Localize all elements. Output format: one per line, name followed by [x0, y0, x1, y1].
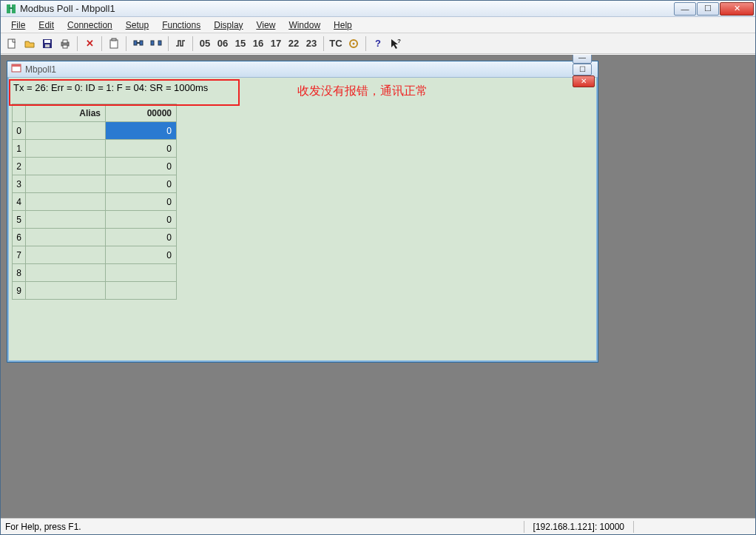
statusbar: For Help, press F1. [192.168.1.121]: 100…: [1, 518, 755, 534]
grid-header-alias[interactable]: Alias: [26, 104, 106, 122]
svg-text:?: ?: [397, 38, 401, 44]
row-header[interactable]: 8: [13, 264, 26, 282]
alias-cell[interactable]: [26, 264, 106, 282]
alias-cell[interactable]: [26, 175, 106, 193]
new-button[interactable]: [4, 36, 20, 52]
child-title: Mbpoll1: [25, 64, 572, 75]
table-row[interactable]: 50: [13, 211, 177, 229]
grid-body: 001020304050607089: [13, 122, 177, 300]
table-row[interactable]: 8: [13, 264, 177, 282]
value-cell[interactable]: 0: [106, 193, 177, 211]
table-row[interactable]: 9: [13, 282, 177, 300]
svg-point-18: [353, 42, 355, 44]
row-header[interactable]: 9: [13, 282, 26, 300]
child-minimize-button[interactable]: —: [573, 54, 592, 64]
register-grid[interactable]: Alias 00000 001020304050607089: [12, 104, 177, 300]
menubar: File Edit Connection Setup Functions Dis…: [1, 17, 755, 33]
alias-cell[interactable]: [26, 140, 106, 158]
menu-display[interactable]: Display: [208, 18, 249, 32]
alias-cell[interactable]: [26, 282, 106, 300]
svg-rect-12: [134, 41, 137, 45]
table-row[interactable]: 20: [13, 158, 177, 175]
child-app-icon: [10, 62, 22, 76]
fn15-button[interactable]: 15: [232, 36, 249, 52]
fn16-button[interactable]: 16: [250, 36, 266, 52]
table-row[interactable]: 40: [13, 193, 177, 211]
value-cell[interactable]: [106, 282, 177, 300]
alias-cell[interactable]: [26, 122, 106, 140]
menu-view[interactable]: View: [251, 18, 282, 32]
row-header[interactable]: 5: [13, 211, 26, 229]
alias-cell[interactable]: [26, 229, 106, 246]
grid-header-value[interactable]: 00000: [106, 104, 177, 122]
print-button[interactable]: [57, 36, 73, 52]
delete-button[interactable]: ✕: [81, 36, 98, 52]
statusbar-separator: [633, 521, 634, 533]
value-cell[interactable]: 0: [106, 122, 177, 140]
value-cell[interactable]: 0: [106, 229, 177, 246]
table-row[interactable]: 10: [13, 140, 177, 158]
pulse-button[interactable]: [172, 36, 189, 52]
toolbar-separator: [101, 36, 102, 51]
fn23-button[interactable]: 23: [303, 36, 320, 52]
main-titlebar: Modbus Poll - Mbpoll1 — ☐ ✕: [1, 1, 755, 17]
value-cell[interactable]: 0: [106, 140, 177, 158]
menu-connection[interactable]: Connection: [61, 18, 118, 32]
menu-help[interactable]: Help: [328, 18, 358, 32]
row-header[interactable]: 4: [13, 193, 26, 211]
value-cell[interactable]: 0: [106, 175, 177, 193]
disconnect-button[interactable]: [148, 36, 164, 52]
row-header[interactable]: 0: [13, 122, 26, 140]
maximize-button[interactable]: ☐: [697, 2, 719, 16]
child-maximize-button[interactable]: ☐: [573, 64, 592, 75]
table-row[interactable]: 30: [13, 175, 177, 193]
table-row[interactable]: 60: [13, 229, 177, 246]
alias-cell[interactable]: [26, 246, 106, 264]
alias-cell[interactable]: [26, 211, 106, 229]
value-cell[interactable]: 0: [106, 211, 177, 229]
menu-functions[interactable]: Functions: [156, 18, 206, 32]
fn17-button[interactable]: 17: [268, 36, 284, 52]
main-title: Modbus Poll - Mbpoll1: [20, 3, 673, 14]
minimize-button[interactable]: —: [674, 2, 696, 16]
fn22-button[interactable]: 22: [286, 36, 302, 52]
main-window-controls: — ☐ ✕: [673, 2, 754, 16]
fn06-button[interactable]: 06: [215, 36, 231, 52]
close-button[interactable]: ✕: [720, 2, 754, 16]
child-body: Tx = 26: Err = 0: ID = 1: F = 04: SR = 1…: [7, 78, 598, 362]
svg-rect-8: [63, 40, 67, 43]
menu-window[interactable]: Window: [283, 18, 326, 32]
settings-button[interactable]: [345, 36, 362, 52]
save-button[interactable]: [39, 36, 55, 52]
tc-button[interactable]: TC: [328, 36, 344, 52]
grid-corner: [13, 104, 26, 122]
svg-rect-5: [44, 40, 50, 43]
statusbar-help: For Help, press F1.: [1, 522, 521, 532]
row-header[interactable]: 2: [13, 158, 26, 175]
table-row[interactable]: 00: [13, 122, 177, 140]
row-header[interactable]: 1: [13, 140, 26, 158]
open-button[interactable]: [21, 36, 38, 52]
alias-cell[interactable]: [26, 158, 106, 175]
help-button[interactable]: ?: [370, 36, 386, 52]
statusbar-separator: [524, 521, 524, 533]
row-header[interactable]: 6: [13, 229, 26, 246]
child-window-mbpoll1: Mbpoll1 — ☐ ✕ Tx = 26: Err = 0: ID = 1: …: [7, 61, 598, 363]
value-cell[interactable]: [106, 264, 177, 282]
connect-button[interactable]: [130, 36, 146, 52]
row-header[interactable]: 7: [13, 246, 26, 264]
menu-file[interactable]: File: [5, 18, 31, 32]
toolbar-separator: [77, 36, 78, 51]
table-row[interactable]: 70: [13, 246, 177, 264]
toolbar-separator: [365, 36, 366, 51]
value-cell[interactable]: 0: [106, 158, 177, 175]
whatsthis-button[interactable]: ?: [388, 36, 404, 52]
menu-edit[interactable]: Edit: [33, 18, 60, 32]
row-header[interactable]: 3: [13, 175, 26, 193]
toolbar-separator: [192, 36, 193, 51]
value-cell[interactable]: 0: [106, 246, 177, 264]
clipboard-button[interactable]: [106, 36, 122, 52]
fn05-button[interactable]: 05: [197, 36, 213, 52]
menu-setup[interactable]: Setup: [120, 18, 155, 32]
alias-cell[interactable]: [26, 193, 106, 211]
